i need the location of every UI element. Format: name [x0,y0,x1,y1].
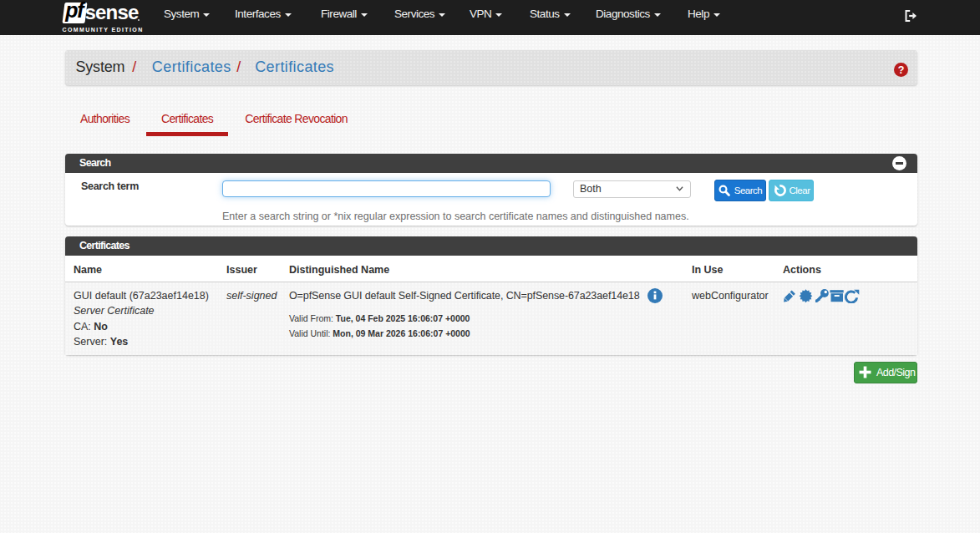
svg-text:?: ? [897,64,904,76]
